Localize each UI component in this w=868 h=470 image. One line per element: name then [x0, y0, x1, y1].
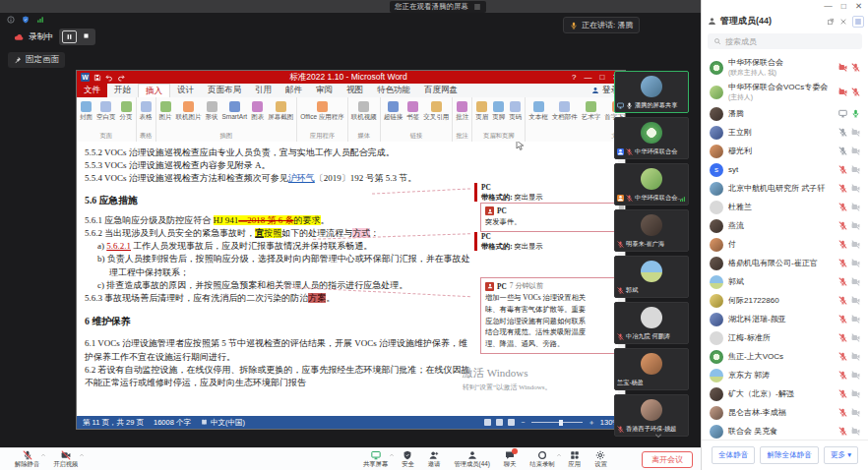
- ribbon-button-页眉[interactable]: 页眉: [475, 99, 488, 122]
- pin-view-chip[interactable]: 固定画面: [8, 52, 65, 68]
- member-row[interactable]: 何际21722860: [702, 291, 868, 310]
- video-thumbnail[interactable]: 中华环保联合会: [614, 117, 689, 159]
- toolbar-chat[interactable]: 聊天: [504, 448, 517, 469]
- camera-status-icon[interactable]: [851, 427, 860, 436]
- member-row[interactable]: 江梅-标准所: [702, 328, 868, 347]
- member-row[interactable]: 潘腾: [702, 104, 868, 123]
- member-row[interactable]: 焦正-上大VOCs: [702, 347, 868, 366]
- mic-status-icon[interactable]: [838, 408, 847, 417]
- video-thumbnail[interactable]: 兰宝-杨盈: [614, 348, 689, 390]
- video-strip-collapse-chevron[interactable]: [653, 431, 663, 441]
- tab-设计[interactable]: 设计: [170, 84, 201, 97]
- mic-status-icon[interactable]: [851, 88, 860, 96]
- leave-meeting-button[interactable]: 离开会议: [642, 451, 693, 468]
- member-row[interactable]: 京东方 郭涛: [702, 366, 868, 384]
- mic-status-icon[interactable]: [851, 63, 860, 72]
- video-thumbnail[interactable]: 郭斌: [614, 256, 689, 298]
- mic-status-icon[interactable]: [851, 109, 860, 118]
- member-row[interactable]: 格鼎机电有限公司-崔正官: [702, 254, 868, 272]
- web-layout-icon[interactable]: [508, 419, 515, 426]
- camera-status-icon[interactable]: [851, 389, 860, 398]
- camera-status-icon[interactable]: [851, 240, 860, 249]
- stop-record-options-caret[interactable]: [556, 452, 562, 458]
- toolbar-stop-record[interactable]: 结束录制: [529, 448, 554, 469]
- member-row[interactable]: 联合会 吴克食: [702, 422, 868, 441]
- banner-menu-icon[interactable]: [473, 3, 481, 11]
- ribbon-button-图片[interactable]: 图片: [159, 99, 172, 122]
- comment-bubble[interactable]: PC 7 分钟以前增加一些与 VOCs 治理设置相关味、有毒有害气体扩散等。重要…: [480, 277, 618, 354]
- close-panel-icon[interactable]: [839, 18, 847, 26]
- maximize-icon[interactable]: □: [841, 1, 846, 11]
- tab-页面布局[interactable]: 页面布局: [201, 84, 248, 97]
- ribbon-button-联机视频[interactable]: 联机视频: [351, 99, 377, 122]
- unmute-options-caret[interactable]: [40, 452, 46, 458]
- ribbon-button-屏幕截图[interactable]: 屏幕截图: [268, 99, 293, 122]
- member-row[interactable]: 湖北科湛瑞-颜亚: [702, 310, 868, 328]
- mic-status-icon[interactable]: [838, 165, 847, 174]
- ribbon-button-SmartArt[interactable]: SmartArt: [222, 99, 248, 120]
- mic-status-icon[interactable]: [838, 352, 847, 361]
- panel-menu-icon[interactable]: [852, 16, 864, 28]
- more-button[interactable]: 更多 ▾: [824, 446, 858, 464]
- tab-引用[interactable]: 引用: [248, 84, 279, 97]
- mic-status-icon[interactable]: [838, 184, 847, 193]
- ribbon-button-表格[interactable]: 表格: [140, 99, 153, 122]
- member-row[interactable]: 杜雅兰: [702, 198, 868, 216]
- save-icon[interactable]: [93, 74, 101, 82]
- camera-status-icon[interactable]: [851, 408, 860, 417]
- toolbar-security[interactable]: 安全: [402, 448, 414, 469]
- member-row[interactable]: 中华环保联合会VOCs专委会(主持人): [702, 80, 868, 104]
- member-search-input[interactable]: 搜索成员: [708, 33, 862, 49]
- toolbar-share-screen[interactable]: 共享屏幕: [363, 448, 388, 469]
- video-thumbnail[interactable]: 中冶九院 何鹏涛: [614, 302, 689, 344]
- unmute-all-button[interactable]: 解除全体静音: [760, 446, 819, 464]
- minimize-icon[interactable]: —: [824, 1, 833, 11]
- ribbon-button-图表[interactable]: 图表: [251, 99, 264, 122]
- member-row[interactable]: 郭斌: [702, 272, 868, 291]
- member-row[interactable]: 北京中航机电研究所 武子轩: [702, 179, 868, 198]
- mic-status-icon[interactable]: [838, 147, 847, 155]
- mic-status-icon[interactable]: [838, 221, 847, 230]
- start-video-options-caret[interactable]: [79, 452, 85, 458]
- member-row[interactable]: 穆光利: [702, 142, 868, 160]
- zoom-slider[interactable]: [531, 422, 583, 423]
- video-thumbnail[interactable]: 中华环保联合会...: [614, 163, 689, 206]
- ribbon-button-页码[interactable]: 页码: [509, 99, 522, 122]
- ribbon-button-联机图片[interactable]: 联机图片: [176, 99, 202, 122]
- mic-status-icon[interactable]: [838, 277, 847, 286]
- screen-share-icon[interactable]: [838, 109, 847, 118]
- restore-icon[interactable]: □: [599, 73, 604, 82]
- toolbar-invite[interactable]: 邀请: [428, 448, 441, 469]
- camera-status-icon[interactable]: [838, 63, 847, 72]
- print-layout-icon[interactable]: [496, 419, 503, 426]
- tab-邮件[interactable]: 邮件: [279, 84, 309, 97]
- video-thumbnail[interactable]: 香港西子环保-姚超: [614, 394, 689, 437]
- camera-status-icon[interactable]: [851, 371, 860, 380]
- ribbon-button-书签[interactable]: 书签: [406, 99, 419, 122]
- mic-status-icon[interactable]: [838, 333, 847, 342]
- member-row[interactable]: 昆仑吉林-李成福: [702, 403, 868, 422]
- ribbon-button-形状[interactable]: 形状: [206, 99, 218, 122]
- ribbon-button-Office 应用程序[interactable]: Office 应用程序: [300, 99, 344, 122]
- camera-status-icon[interactable]: [851, 147, 860, 155]
- tab-开始[interactable]: 开始: [107, 84, 138, 97]
- toolbar-apps[interactable]: 应用: [569, 448, 582, 469]
- member-row[interactable]: 王立刚: [702, 123, 868, 142]
- toolbar-start-video[interactable]: 开启视频: [53, 448, 78, 469]
- popout-panel-icon[interactable]: [827, 18, 835, 26]
- camera-status-icon[interactable]: [851, 184, 860, 193]
- toolbar-members[interactable]: 管理成员(44): [454, 448, 489, 469]
- close-icon[interactable]: ✕: [855, 1, 862, 11]
- camera-status-icon[interactable]: [838, 88, 847, 96]
- ribbon-button-批注[interactable]: 批注: [456, 99, 468, 122]
- camera-status-icon[interactable]: [851, 333, 860, 342]
- ribbon-button-分页[interactable]: 分页: [120, 99, 133, 122]
- pause-recording-button[interactable]: [62, 30, 77, 43]
- toolbar-settings[interactable]: 设置: [594, 448, 607, 469]
- tab-文件[interactable]: 文件: [77, 84, 107, 97]
- mic-status-icon[interactable]: [838, 203, 847, 211]
- comment-bubble[interactable]: PC 突发事件。: [480, 203, 618, 232]
- mic-status-icon[interactable]: [838, 296, 847, 305]
- camera-status-icon[interactable]: [851, 165, 860, 174]
- mic-status-icon[interactable]: [838, 259, 847, 267]
